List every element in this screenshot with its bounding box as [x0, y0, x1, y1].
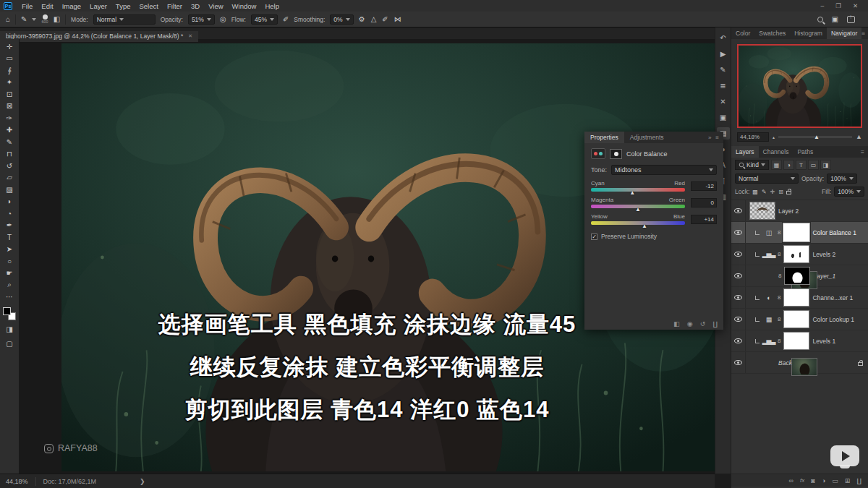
layer-mask-thumbnail[interactable]: [784, 267, 810, 285]
brush-tool-icon[interactable]: ✎: [21, 15, 27, 23]
menu-type[interactable]: Type: [111, 2, 135, 10]
layer-row-layer-2[interactable]: Layer 2: [731, 200, 868, 222]
zoom-in-icon[interactable]: ▲: [856, 133, 862, 140]
filter-pixel-icon[interactable]: ▦: [771, 160, 782, 170]
lock-pixels-icon[interactable]: ✎: [762, 189, 767, 195]
dodge-tool[interactable]: ◔: [1, 207, 19, 220]
layer-row-layer-1[interactable]: 8Layer_1: [731, 265, 868, 287]
eye-icon[interactable]: [734, 230, 742, 235]
pressure-opacity-icon[interactable]: ◎: [220, 15, 226, 23]
adjustment-icon[interactable]: ◫: [762, 227, 775, 238]
filter-type-icon[interactable]: T: [796, 160, 807, 170]
eye-icon[interactable]: [734, 295, 742, 300]
pen-tool[interactable]: ✒: [1, 220, 19, 232]
gradient-tool[interactable]: ▨: [1, 184, 19, 196]
layer-name[interactable]: Color Balance 1: [812, 229, 856, 236]
eye-icon[interactable]: [734, 208, 742, 213]
layer-mask-thumbnail[interactable]: [783, 288, 809, 307]
layer-thumbnail[interactable]: [791, 358, 817, 376]
tab-swatches[interactable]: Swatches: [754, 27, 790, 39]
slider-thumb[interactable]: ▲: [642, 223, 647, 229]
lock-transparency-icon[interactable]: ▩: [752, 189, 758, 195]
history-panel-icon[interactable]: ↶: [717, 32, 730, 44]
menu-view[interactable]: View: [204, 2, 227, 10]
slider-thumb[interactable]: ▲: [635, 206, 641, 213]
eye-icon[interactable]: [734, 338, 742, 343]
kind-filter-select[interactable]: Kind: [735, 160, 769, 170]
crop-tool[interactable]: ⊡: [1, 88, 19, 100]
move-tool[interactable]: ✛: [1, 40, 19, 53]
slider-track[interactable]: ▲: [591, 221, 685, 225]
tone-select[interactable]: Midtones: [611, 165, 717, 175]
eyedropper-tool[interactable]: ✑: [1, 112, 19, 124]
zoom-tool[interactable]: ⌕: [1, 279, 19, 291]
restore-button[interactable]: ❐: [835, 2, 841, 9]
toggle-visibility-icon[interactable]: ◉: [687, 320, 693, 328]
smoothing-select[interactable]: 0%: [330, 14, 353, 25]
filter-smart-icon[interactable]: ◨: [820, 160, 831, 170]
filter-shape-icon[interactable]: ▭: [808, 160, 819, 170]
gear-icon[interactable]: ⚙: [359, 15, 365, 23]
actions-panel-icon[interactable]: ▶: [717, 48, 730, 60]
brush-projection-icon[interactable]: ✐: [382, 15, 388, 23]
layers-opacity-select[interactable]: 100%: [827, 174, 857, 184]
new-layer-icon[interactable]: ⊞: [845, 477, 851, 484]
layer-mask-thumbnail[interactable]: [783, 223, 809, 241]
clone-source-panel-icon[interactable]: ▣: [717, 111, 730, 124]
visibility-cell[interactable]: [731, 265, 746, 286]
layer-thumbnail[interactable]: [749, 202, 775, 220]
brush-settings-panel-icon[interactable]: ✎: [717, 64, 730, 76]
visibility-cell[interactable]: [731, 244, 746, 265]
tab-navigator[interactable]: Navigator: [827, 27, 861, 39]
adjustment-icon[interactable]: ◐: [762, 292, 775, 303]
layer-row-color-balance-1[interactable]: ◫8Color Balance 1: [731, 222, 868, 244]
new-adjustment-layer-icon[interactable]: ◑: [822, 477, 825, 484]
layer-name[interactable]: Levels 1: [812, 338, 835, 345]
layer-name[interactable]: Channe...xer 1: [812, 294, 853, 301]
menu-window[interactable]: Window: [228, 2, 261, 10]
panel-menu-icon[interactable]: ≡: [715, 134, 719, 141]
layer-row-background[interactable]: Background: [731, 352, 868, 374]
menu-image[interactable]: Image: [58, 2, 85, 10]
layer-mask-icon[interactable]: [610, 149, 622, 159]
document-tab[interactable]: bighorn-3959073.jpg @ 44,2% (Color Balan…: [0, 31, 198, 42]
reset-icon[interactable]: ↺: [700, 320, 706, 328]
clone-stamp-tool[interactable]: ⊓: [1, 148, 19, 160]
close-icon[interactable]: ✕: [188, 33, 192, 39]
close-button[interactable]: ✕: [853, 2, 858, 9]
menu-filter[interactable]: Filter: [163, 2, 187, 10]
tool-presets-panel-icon[interactable]: ✕: [717, 95, 730, 108]
layer-mask-thumbnail[interactable]: [783, 310, 809, 328]
adjustment-icon[interactable]: ▂▅▃: [762, 335, 775, 346]
clip-to-layer-icon[interactable]: ◧: [673, 320, 680, 328]
lock-artboard-icon[interactable]: ⊞: [778, 189, 783, 195]
menu-layer[interactable]: Layer: [85, 2, 111, 10]
panel-menu-icon[interactable]: ≡: [861, 27, 868, 39]
layer-blend-mode-select[interactable]: Normal: [735, 174, 799, 184]
zoom-out-icon[interactable]: ▴: [773, 134, 775, 140]
visibility-cell[interactable]: [731, 287, 746, 308]
eraser-tool[interactable]: ▱: [1, 172, 19, 184]
path-selection-tool[interactable]: ➤: [1, 244, 19, 256]
new-group-icon[interactable]: ▭: [832, 477, 838, 484]
quick-selection-tool[interactable]: ✦: [1, 77, 19, 89]
menu-help[interactable]: Help: [260, 2, 284, 10]
eye-icon[interactable]: [734, 360, 742, 365]
chevron-down-icon[interactable]: [32, 18, 36, 21]
color-swatches[interactable]: [3, 307, 16, 320]
navigator-zoom-slider[interactable]: ▲: [778, 137, 852, 137]
status-arrow-icon[interactable]: ❯: [140, 478, 145, 485]
menu-file[interactable]: File: [17, 2, 37, 10]
layer-name[interactable]: Layer 2: [778, 207, 799, 215]
layer-name[interactable]: Color Lookup 1: [812, 316, 854, 323]
menu-select[interactable]: Select: [135, 2, 162, 10]
layer-row-levels-1[interactable]: ▂▅▃8Levels 1: [731, 330, 868, 352]
workspace-icon[interactable]: ▣: [832, 15, 838, 23]
brush-tool[interactable]: ✎: [1, 136, 19, 148]
tab-layers[interactable]: Layers: [731, 146, 759, 158]
home-icon[interactable]: ⌂: [6, 15, 10, 23]
slider-value-input[interactable]: -12: [691, 181, 717, 191]
layer-row-channe-xer-1[interactable]: ◐8Channe...xer 1: [731, 287, 868, 309]
tab-channels[interactable]: Channels: [759, 146, 793, 158]
quick-mask-icon[interactable]: ◨: [1, 323, 19, 335]
